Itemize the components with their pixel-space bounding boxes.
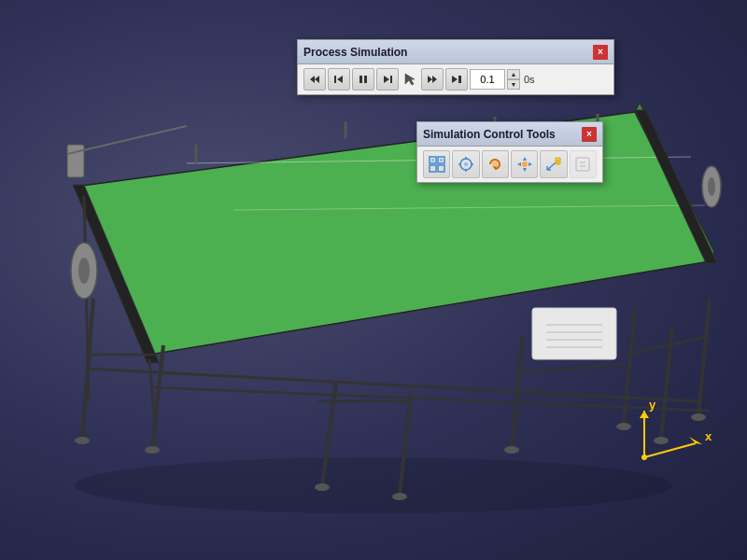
extra-tool-button[interactable] bbox=[570, 150, 597, 178]
svg-marker-85 bbox=[529, 162, 532, 166]
simulation-control-tools-dialog: Simulation Control Tools × bbox=[416, 121, 603, 183]
svg-text:y: y bbox=[649, 398, 656, 412]
svg-line-28 bbox=[514, 364, 626, 373]
svg-point-23 bbox=[616, 423, 631, 430]
svg-marker-60 bbox=[384, 76, 389, 83]
svg-marker-82 bbox=[523, 157, 527, 161]
svg-marker-65 bbox=[452, 76, 458, 83]
time-value-input[interactable] bbox=[470, 69, 505, 90]
svg-rect-89 bbox=[556, 158, 560, 164]
svg-marker-63 bbox=[428, 76, 432, 83]
svg-point-18 bbox=[75, 437, 90, 444]
svg-rect-36 bbox=[532, 308, 616, 359]
svg-rect-61 bbox=[390, 76, 392, 83]
svg-rect-41 bbox=[67, 145, 84, 177]
svg-line-29 bbox=[626, 336, 710, 355]
svg-marker-62 bbox=[405, 74, 415, 85]
svg-rect-69 bbox=[430, 165, 436, 172]
grid-tool-button[interactable] bbox=[423, 150, 450, 178]
process-simulation-titlebar[interactable]: Process Simulation × bbox=[298, 40, 613, 64]
rotate-tool-button[interactable] bbox=[482, 150, 509, 178]
svg-marker-83 bbox=[523, 168, 527, 172]
svg-rect-70 bbox=[438, 165, 444, 172]
fast-forward-button[interactable] bbox=[421, 68, 444, 91]
svg-point-53 bbox=[641, 455, 647, 460]
time-spinner: ▲ ▼ bbox=[507, 69, 520, 90]
svg-line-17 bbox=[698, 299, 710, 415]
process-simulation-body: ▲ ▼ 0s bbox=[298, 64, 613, 94]
svg-point-35 bbox=[708, 177, 715, 196]
svg-point-74 bbox=[464, 162, 468, 166]
svg-marker-48 bbox=[689, 437, 702, 444]
svg-rect-80 bbox=[492, 161, 498, 167]
snap-tool-button[interactable] bbox=[452, 150, 479, 178]
svg-point-33 bbox=[78, 258, 90, 284]
spin-up-button[interactable]: ▲ bbox=[507, 69, 520, 79]
svg-point-24 bbox=[654, 437, 669, 444]
svg-marker-57 bbox=[337, 76, 343, 83]
svg-marker-51 bbox=[640, 411, 649, 418]
svg-rect-71 bbox=[431, 159, 434, 161]
spin-down-button[interactable]: ▼ bbox=[507, 79, 520, 90]
end-button[interactable] bbox=[445, 68, 468, 91]
svg-line-47 bbox=[644, 443, 696, 457]
svg-rect-58 bbox=[359, 76, 362, 83]
svg-rect-72 bbox=[440, 159, 443, 161]
svg-rect-66 bbox=[458, 76, 461, 83]
pause-button[interactable] bbox=[352, 68, 374, 91]
svg-rect-56 bbox=[334, 76, 336, 83]
simulation-tools-titlebar[interactable]: Simulation Control Tools × bbox=[417, 122, 602, 147]
svg-line-16 bbox=[661, 327, 672, 439]
svg-line-42 bbox=[67, 126, 187, 154]
step-back-button[interactable] bbox=[328, 68, 350, 91]
svg-marker-54 bbox=[315, 76, 319, 83]
process-simulation-close-button[interactable]: × bbox=[593, 45, 608, 60]
svg-point-22 bbox=[504, 446, 519, 454]
svg-point-0 bbox=[75, 457, 672, 513]
svg-rect-92 bbox=[576, 158, 589, 171]
svg-point-25 bbox=[691, 413, 706, 421]
svg-marker-64 bbox=[432, 76, 437, 83]
process-simulation-dialog: Process Simulation × bbox=[297, 39, 614, 95]
measure-tool-button[interactable] bbox=[540, 150, 567, 178]
step-forward-button[interactable] bbox=[376, 68, 399, 91]
simulation-tools-title: Simulation Control Tools bbox=[423, 128, 556, 141]
rewind-button[interactable] bbox=[303, 68, 326, 91]
cursor-indicator bbox=[401, 70, 419, 89]
simulation-tools-close-button[interactable]: × bbox=[582, 127, 597, 142]
svg-point-20 bbox=[315, 483, 330, 491]
time-unit-label: 0s bbox=[524, 74, 535, 85]
simulation-tools-body bbox=[417, 147, 602, 182]
svg-marker-55 bbox=[310, 76, 315, 83]
svg-marker-84 bbox=[517, 162, 521, 166]
process-simulation-title: Process Simulation bbox=[303, 46, 407, 59]
svg-point-81 bbox=[522, 161, 528, 167]
move-tool-button[interactable] bbox=[511, 150, 538, 178]
svg-point-19 bbox=[145, 446, 160, 454]
svg-point-21 bbox=[392, 493, 407, 500]
svg-text:x: x bbox=[705, 429, 712, 443]
svg-rect-59 bbox=[364, 76, 367, 83]
